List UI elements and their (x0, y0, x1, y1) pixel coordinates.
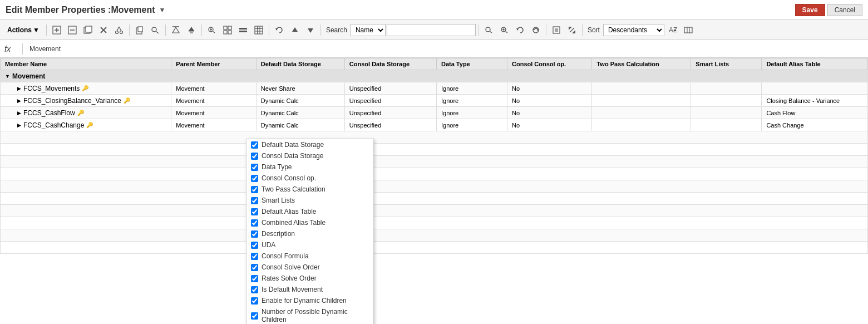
search-type-select[interactable]: Name (351, 24, 386, 36)
refresh-circle-button[interactable] (529, 23, 543, 37)
add-member-button[interactable] (50, 23, 64, 37)
dropdown-checkbox-7[interactable] (251, 219, 258, 227)
dropdown-item[interactable]: Combined Alias Table (246, 217, 373, 228)
dropdown-item[interactable]: Consol Solve Order (246, 262, 373, 273)
dropdown-checkbox-6[interactable] (251, 208, 258, 215)
save-button[interactable]: Save (795, 4, 825, 16)
member-name-cell[interactable]: ▶ FCCS_Movements 🔑 (1, 82, 171, 95)
member-name-cell[interactable]: ▶ FCCS_CashFlow 🔑 (1, 107, 171, 119)
dropdown-checkbox-12[interactable] (251, 275, 258, 282)
empty-row (1, 193, 868, 205)
two-pass-cell (592, 119, 691, 131)
dropdown-checkbox-10[interactable] (251, 253, 258, 260)
svg-rect-27 (224, 31, 227, 34)
down-arrow-button[interactable] (303, 23, 318, 37)
dropdown-checkbox-15[interactable] (251, 312, 258, 320)
cancel-button[interactable]: Cancel (827, 4, 862, 16)
dropdown-item[interactable]: Default Alias Table (246, 206, 373, 217)
dropdown-checkbox-1[interactable] (251, 153, 258, 160)
search-refresh-button[interactable] (513, 23, 527, 37)
empty-row (1, 242, 868, 254)
dropdown-item[interactable]: Consol Formula (246, 251, 373, 262)
dropdown-item[interactable]: UDA (246, 239, 373, 251)
grid-view-button[interactable] (251, 23, 266, 37)
table-row[interactable]: ▼ Movement (1, 70, 868, 82)
dropdown-item[interactable]: Two Pass Calculation (246, 184, 373, 195)
dropdown-item-label: Consol Solve Order (262, 263, 320, 271)
dropdown-checkbox-5[interactable] (251, 197, 258, 204)
duplicate-button[interactable] (81, 23, 95, 37)
dropdown-item[interactable]: Default Data Storage (246, 139, 373, 150)
col-consol-op[interactable]: Consol Consol op. (507, 58, 592, 70)
member-name-cell[interactable]: ▼ Movement (1, 70, 868, 82)
collapse-icon[interactable]: ▼ (5, 73, 10, 79)
expand-all-button[interactable] (220, 23, 235, 37)
search-magnify-button[interactable] (482, 23, 496, 37)
table-row[interactable]: ▶ FCCS_Movements 🔑 Movement Never Share … (1, 82, 868, 95)
member-name-cell[interactable]: ▶ FCCS_ClosingBalance_Variance 🔑 (1, 95, 171, 107)
dropdown-checkbox-13[interactable] (251, 286, 258, 293)
dropdown-checkbox-3[interactable] (251, 175, 258, 182)
col-visibility-button[interactable] (681, 23, 696, 37)
title-dropdown-icon[interactable]: ▼ (159, 6, 166, 14)
col-two-pass[interactable]: Two Pass Calculation (592, 58, 691, 70)
paste-special-button[interactable] (132, 23, 147, 37)
dropdown-item[interactable]: Data Type (246, 161, 373, 173)
table-row[interactable]: ▶ FCCS_CashChange 🔑 Movement Dynamic Cal… (1, 119, 868, 131)
move-first-button[interactable] (169, 23, 183, 37)
dropdown-item[interactable]: Consol Consol op. (246, 173, 373, 184)
dropdown-checkbox-9[interactable] (251, 242, 258, 249)
col-consol-data-storage[interactable]: Consol Data Storage (344, 58, 436, 70)
dropdown-item[interactable]: Rates Solve Order (246, 273, 373, 284)
export-button[interactable] (549, 23, 564, 37)
default-alias-cell: Closing Balance - Variance (762, 95, 868, 107)
two-pass-cell (592, 95, 691, 107)
delete-button[interactable] (96, 23, 111, 37)
consol-op-cell: No (507, 95, 592, 107)
dropdown-item[interactable]: Consol Data Storage (246, 150, 373, 161)
search-plus-button[interactable] (497, 23, 512, 37)
member-name-cell[interactable]: ▶ FCCS_CashChange 🔑 (1, 119, 171, 131)
dropdown-item[interactable]: Description (246, 228, 373, 239)
up-arrow-button[interactable] (288, 23, 302, 37)
sort-select[interactable]: Descendants (603, 24, 664, 36)
formula-bar: fx Movement (0, 40, 868, 58)
dropdown-checkbox-11[interactable] (251, 264, 258, 271)
dropdown-scroll-area[interactable]: Default Data Storage Consol Data Storage… (246, 139, 373, 324)
insert-button[interactable] (65, 23, 80, 37)
col-default-data-storage[interactable]: Default Data Storage (256, 58, 344, 70)
move-up-button[interactable] (184, 23, 199, 37)
expand-icon[interactable]: ▶ (17, 98, 21, 104)
sort-az-button[interactable]: AZ (665, 23, 680, 37)
table-row[interactable]: ▶ FCCS_CashFlow 🔑 Movement Dynamic Calc … (1, 107, 868, 119)
undo-button[interactable] (272, 23, 287, 37)
expand-icon[interactable]: ▶ (17, 110, 21, 116)
table-row[interactable]: ▶ FCCS_ClosingBalance_Variance 🔑 Movemen… (1, 95, 868, 107)
col-default-alias[interactable]: Default Alias Table (762, 58, 868, 70)
col-smart-lists[interactable]: Smart Lists (691, 58, 762, 70)
dropdown-checkbox-2[interactable] (251, 164, 258, 171)
expand-icon[interactable]: ▶ (17, 86, 21, 91)
expand-view-button[interactable] (565, 23, 579, 37)
actions-menu-button[interactable]: Actions ▼ (3, 24, 43, 36)
expand-icon[interactable]: ▶ (17, 122, 21, 128)
col-member-name[interactable]: Member Name (1, 58, 171, 70)
col-parent-member[interactable]: Parent Member (171, 58, 256, 70)
dropdown-checkbox-8[interactable] (251, 230, 258, 238)
dropdown-item[interactable]: Smart Lists (246, 195, 373, 206)
dropdown-checkbox-4[interactable] (251, 186, 258, 193)
search-input[interactable] (387, 24, 476, 36)
dropdown-item[interactable]: Number of Possible Dynamic Children (246, 306, 373, 324)
collapse-all-button[interactable] (236, 23, 250, 37)
dropdown-item[interactable]: Enable for Dynamic Children (246, 295, 373, 306)
col-data-type[interactable]: Data Type (436, 58, 507, 70)
cut-button[interactable] (112, 23, 126, 37)
find-button[interactable] (148, 23, 162, 37)
dropdown-checkbox-14[interactable] (251, 297, 258, 305)
dropdown-item[interactable]: Is Default Movement (246, 284, 373, 295)
dropdown-checkbox-0[interactable] (251, 141, 258, 149)
fx-label: fx (4, 45, 16, 53)
data-type-cell: Ignore (436, 82, 507, 95)
default-data-storage-cell: Dynamic Calc (256, 107, 344, 119)
zoom-in-button[interactable] (205, 23, 219, 37)
